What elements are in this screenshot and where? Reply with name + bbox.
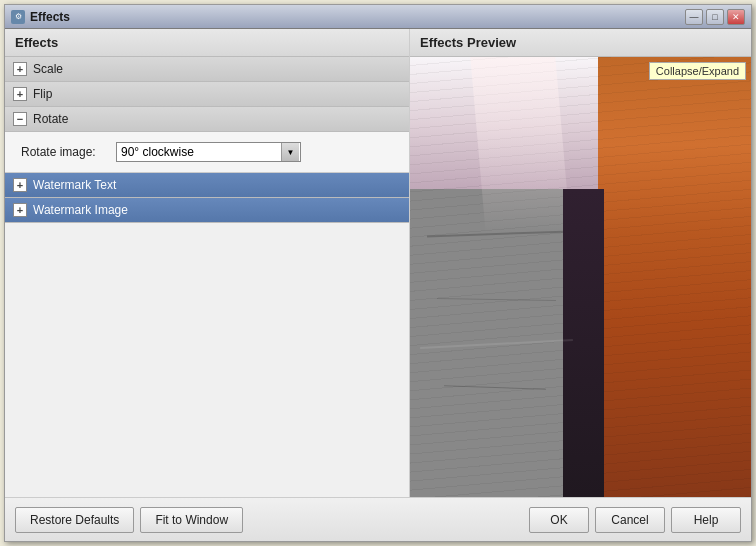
watermark-text-header[interactable]: + Watermark Text bbox=[5, 173, 409, 197]
window-icon: ⚙ bbox=[11, 10, 25, 24]
bottom-left-buttons: Restore Defaults Fit to Window bbox=[15, 507, 529, 533]
rotate-options: Rotate image: 90° clockwise 90° counter-… bbox=[5, 132, 409, 173]
effects-panel-header: Effects bbox=[5, 29, 409, 57]
preview-header: Effects Preview bbox=[410, 29, 751, 57]
watermark-image-expand-icon: + bbox=[13, 203, 27, 217]
cancel-button[interactable]: Cancel bbox=[595, 507, 665, 533]
light-shaft bbox=[470, 57, 571, 233]
content-area: Effects + Scale + Flip − Rotate bbox=[5, 29, 751, 497]
rotate-row: Rotate image: 90° clockwise 90° counter-… bbox=[21, 142, 393, 162]
watermark-text-expand-icon: + bbox=[13, 178, 27, 192]
preview-area: Collapse/Expand bbox=[410, 57, 751, 497]
effects-dialog: ⚙ Effects — □ ✕ Effects + Scale + Flip bbox=[4, 4, 752, 542]
watermark-text-section: + Watermark Text bbox=[5, 173, 409, 198]
title-controls: — □ ✕ bbox=[685, 9, 745, 25]
scale-label: Scale bbox=[33, 62, 63, 76]
rotate-select[interactable]: 90° clockwise 90° counter-clockwise 180°… bbox=[116, 142, 301, 162]
rotate-label: Rotate bbox=[33, 112, 68, 126]
watermark-text-label: Watermark Text bbox=[33, 178, 116, 192]
watermark-image-section: + Watermark Image bbox=[5, 198, 409, 223]
ok-button[interactable]: OK bbox=[529, 507, 589, 533]
flip-label: Flip bbox=[33, 87, 52, 101]
scale-expand-icon: + bbox=[13, 62, 27, 76]
rotate-image-label: Rotate image: bbox=[21, 145, 106, 159]
rotate-expand-icon: − bbox=[13, 112, 27, 126]
help-button[interactable]: Help bbox=[671, 507, 741, 533]
effects-list: + Scale + Flip − Rotate Rotate image: bbox=[5, 57, 409, 497]
flip-section-header[interactable]: + Flip bbox=[5, 82, 409, 107]
watermark-image-header[interactable]: + Watermark Image bbox=[5, 198, 409, 222]
scale-section-header[interactable]: + Scale bbox=[5, 57, 409, 82]
window-title: Effects bbox=[30, 10, 685, 24]
bottom-right-buttons: OK Cancel Help bbox=[529, 507, 741, 533]
minimize-button[interactable]: — bbox=[685, 9, 703, 25]
rotate-select-wrapper: 90° clockwise 90° counter-clockwise 180°… bbox=[116, 142, 301, 162]
watermark-image-label: Watermark Image bbox=[33, 203, 128, 217]
left-panel: Effects + Scale + Flip − Rotate bbox=[5, 29, 410, 497]
close-button[interactable]: ✕ bbox=[727, 9, 745, 25]
maximize-button[interactable]: □ bbox=[706, 9, 724, 25]
title-bar: ⚙ Effects — □ ✕ bbox=[5, 5, 751, 29]
fit-to-window-button[interactable]: Fit to Window bbox=[140, 507, 243, 533]
gorge-shadow bbox=[563, 189, 604, 497]
rotate-section-header[interactable]: − Rotate bbox=[5, 107, 409, 132]
right-panel: Effects Preview bbox=[410, 29, 751, 497]
bottom-bar: Restore Defaults Fit to Window OK Cancel… bbox=[5, 497, 751, 541]
preview-canvas bbox=[410, 57, 751, 497]
restore-defaults-button[interactable]: Restore Defaults bbox=[15, 507, 134, 533]
flip-expand-icon: + bbox=[13, 87, 27, 101]
